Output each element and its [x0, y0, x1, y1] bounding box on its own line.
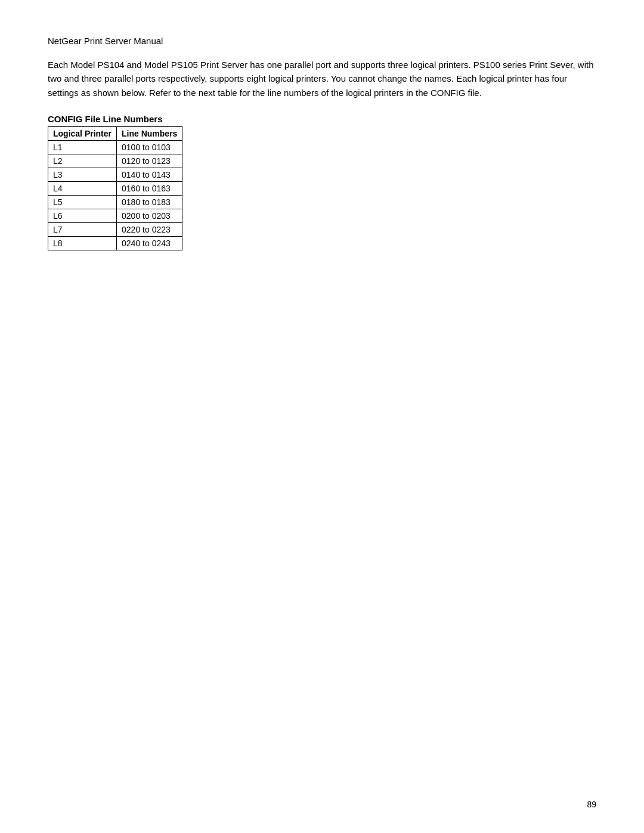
table-row: L60200 to 0203: [48, 209, 182, 222]
col-header-line-numbers: Line Numbers: [117, 126, 182, 140]
col-header-logical-printer: Logical Printer: [48, 126, 117, 140]
cell-printer-7: L7: [48, 222, 117, 236]
body-paragraph: Each Model PS104 and Model PS105 Print S…: [48, 58, 596, 100]
page-number: 89: [587, 800, 596, 809]
cell-printer-1: L1: [48, 140, 117, 154]
cell-printer-5: L5: [48, 195, 117, 209]
cell-printer-8: L8: [48, 236, 117, 250]
table-row: L20120 to 0123: [48, 154, 182, 168]
cell-printer-4: L4: [48, 181, 117, 195]
table-row: L70220 to 0223: [48, 222, 182, 236]
cell-lines-2: 0120 to 0123: [117, 154, 182, 168]
section-heading: CONFIG File Line Numbers: [48, 114, 596, 124]
cell-lines-6: 0200 to 0203: [117, 209, 182, 222]
cell-lines-8: 0240 to 0243: [117, 236, 182, 250]
table-row: L50180 to 0183: [48, 195, 182, 209]
table-row: L10100 to 0103: [48, 140, 182, 154]
table-header-row: Logical Printer Line Numbers: [48, 126, 182, 140]
page-title: NetGear Print Server Manual: [48, 36, 596, 46]
cell-printer-2: L2: [48, 154, 117, 168]
table-row: L80240 to 0243: [48, 236, 182, 250]
cell-lines-7: 0220 to 0223: [117, 222, 182, 236]
cell-lines-1: 0100 to 0103: [117, 140, 182, 154]
page: NetGear Print Server Manual Each Model P…: [0, 0, 644, 833]
table-row: L30140 to 0143: [48, 168, 182, 181]
cell-lines-5: 0180 to 0183: [117, 195, 182, 209]
table-row: L40160 to 0163: [48, 181, 182, 195]
cell-lines-4: 0160 to 0163: [117, 181, 182, 195]
cell-lines-3: 0140 to 0143: [117, 168, 182, 181]
config-table: Logical Printer Line Numbers L10100 to 0…: [48, 126, 182, 250]
cell-printer-6: L6: [48, 209, 117, 222]
cell-printer-3: L3: [48, 168, 117, 181]
